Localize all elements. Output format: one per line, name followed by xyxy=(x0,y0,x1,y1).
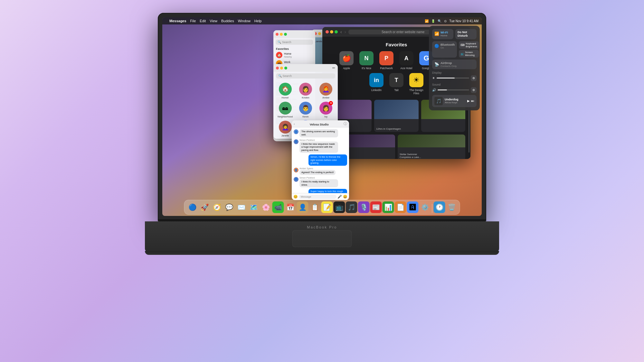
msg-app-tl-yellow[interactable] xyxy=(280,67,283,70)
maps-tl-green[interactable] xyxy=(284,33,287,36)
wifi-menu-icon[interactable]: 📶 xyxy=(425,19,429,23)
screen-bezel: Messages File Edit View Buddies Window H… xyxy=(158,13,486,220)
file-menu[interactable]: File xyxy=(190,19,196,23)
contact-home[interactable]: 🏠 Home! xyxy=(276,83,294,99)
dock-mail[interactable]: ✉️ xyxy=(236,201,247,213)
airdrop-tile[interactable]: 📡 AirDrop Contacts Only xyxy=(432,60,477,69)
do-not-disturb-tile[interactable]: Do Not Disturb xyxy=(455,29,477,39)
maps-home-item[interactable]: 🏠 HomeNearby xyxy=(273,51,315,59)
control-center-panel: 📶 Wi-Fi Home Do Not Disturb xyxy=(429,26,480,110)
help-menu[interactable]: Help xyxy=(254,19,262,23)
contact-amber[interactable]: 👩‍🦰 Amber xyxy=(317,83,335,99)
safari-tl-yellow[interactable] xyxy=(330,30,333,33)
dock-trash[interactable]: 🗑️ xyxy=(446,201,458,213)
safari-back-btn[interactable]: ‹ xyxy=(340,29,342,34)
safari-fav-apple[interactable]: 🍎 Apple xyxy=(338,51,355,70)
airdrop-sub: Contacts Only xyxy=(440,65,457,68)
safari-fav-linkedin[interactable]: in LinkedIn xyxy=(368,73,385,95)
keyboard-brightness-btn[interactable]: ⌨ Keyboard Brightness xyxy=(459,41,478,49)
safari-fav-itsnice[interactable]: N It's Nice xyxy=(358,51,375,70)
trackpad[interactable] xyxy=(292,230,352,247)
chat-msg-3: Simon, I'd like to finesse the right sce… xyxy=(294,154,347,166)
dock-news[interactable]: 📰 xyxy=(370,201,382,213)
safari-article-2[interactable]: Stellar SwimmerCompletes a Lake... xyxy=(398,135,465,159)
view-menu[interactable]: View xyxy=(210,19,217,23)
chat-send-emoji-btn[interactable]: 😄 xyxy=(343,195,347,199)
music-song-title: Underdog xyxy=(445,98,465,101)
chat-back-btn[interactable]: ‹ xyxy=(294,122,295,126)
chat-msg-1: 👤 The driving scenes are working well. xyxy=(294,129,347,137)
map-tl-yellow[interactable] xyxy=(318,32,321,35)
macbook-feet xyxy=(145,251,499,255)
music-play-btn[interactable]: ▶ xyxy=(467,99,470,103)
safari-fav-tait[interactable]: T Tait xyxy=(388,73,405,95)
dock-tv[interactable]: 📺 xyxy=(334,201,345,213)
dock-reminders[interactable]: 📋 xyxy=(309,201,321,213)
msg-compose-btn[interactable]: ✏ xyxy=(332,66,335,70)
msg-app-tl-red[interactable] xyxy=(276,67,279,70)
dock-launchpad[interactable]: 🚀 xyxy=(199,201,211,213)
contact-neighborhood[interactable]: 🏘 Neighborhood xyxy=(276,102,294,118)
dnd-label: Do Not Disturb xyxy=(458,31,474,38)
contact-kristen[interactable]: 👩 Kristen xyxy=(296,83,315,99)
dock-safari[interactable]: 🧭 xyxy=(211,201,223,213)
bluetooth-tile[interactable]: 🔵 Bluetooth On xyxy=(432,41,457,58)
contact-ivy[interactable]: 👩 ❤ Ivy xyxy=(317,102,335,118)
chat-emoji-btn[interactable]: 😊 xyxy=(293,195,298,199)
wifi-tile[interactable]: 📶 Wi-Fi Home xyxy=(432,29,453,39)
dock-pages[interactable]: 📄 xyxy=(395,201,406,213)
search-menu-icon[interactable]: 🔍 xyxy=(438,19,441,23)
buddies-menu[interactable]: Buddies xyxy=(221,19,234,23)
contact-kevin[interactable]: 👨 Kevin xyxy=(296,102,315,118)
sound-settings-btn[interactable]: ⚙ xyxy=(471,87,477,93)
maps-search[interactable]: 🔍Search xyxy=(276,40,313,45)
dock-contacts[interactable]: 👤 xyxy=(297,201,308,213)
safari-fav-designfiles[interactable]: ☀ The Design Files xyxy=(408,73,425,95)
safari-fav-patchwork[interactable]: P Patchwork xyxy=(378,51,395,70)
dock-podcasts[interactable]: 🎙️ xyxy=(358,201,370,213)
screen-mirroring-btn[interactable]: 📺 Screen Mirroring xyxy=(459,50,478,58)
app-name-menu[interactable]: Messages xyxy=(169,19,186,23)
safari-tl-green[interactable] xyxy=(335,30,338,33)
dock-music[interactable]: 🎵 xyxy=(346,201,357,213)
dock-appstore[interactable]: 🅰 xyxy=(407,201,419,213)
msg-app-tl-green[interactable] xyxy=(284,67,287,70)
dock-maps[interactable]: 🗺️ xyxy=(248,201,260,213)
bluetooth-label: Bluetooth xyxy=(440,43,455,46)
maps-favorites-header: Favorites xyxy=(273,46,315,51)
chat-msg-5: 👤 Simon Pickford I think it's really sta… xyxy=(294,177,347,188)
chat-message-input[interactable]: Message xyxy=(299,195,336,199)
maps-tl-red[interactable] xyxy=(276,33,279,36)
dock-facetime[interactable]: 📹 xyxy=(272,201,284,213)
dock-calendar[interactable]: 📅 xyxy=(285,201,296,213)
macbook-base: MacBook Pro xyxy=(145,221,499,252)
dock-finder[interactable]: 🔵 xyxy=(187,201,198,213)
music-skip-btn[interactable]: ⏭ xyxy=(471,99,474,103)
dock-messages[interactable]: 💬 xyxy=(223,201,235,213)
battery-menu-icon[interactable]: 🔋 xyxy=(431,19,435,23)
dock-notes[interactable]: 📝 xyxy=(321,201,333,213)
chat-msg-2: 👤 Simon Pickford I think the new sequenc… xyxy=(294,139,347,153)
safari-thumb-2[interactable]: 12hrs in Copenhagen xyxy=(374,100,418,132)
safari-tl-red[interactable] xyxy=(326,30,329,33)
airdrop-label: AirDrop xyxy=(440,61,457,65)
safari-forward-btn[interactable]: › xyxy=(345,29,346,34)
dock-screentime[interactable]: 🕐 xyxy=(434,201,445,213)
dock-numbers[interactable]: 📊 xyxy=(383,201,394,213)
chat-audio-btn[interactable]: 🎤 xyxy=(337,195,342,199)
control-center-icon[interactable]: ⊙ xyxy=(444,19,447,23)
dock-settings[interactable]: ⚙️ xyxy=(419,201,431,213)
dock-photos[interactable]: 🌸 xyxy=(260,201,272,213)
messages-search-bar[interactable]: 🔍 Search xyxy=(276,73,335,79)
dock-divider xyxy=(432,204,432,213)
chat-contact-name: Velosa Studio xyxy=(310,123,329,126)
safari-fav-acehotel[interactable]: A Ace Hotel xyxy=(398,51,415,70)
edit-menu[interactable]: Edit xyxy=(200,19,206,23)
chat-info-btn[interactable]: ⓘ xyxy=(344,121,347,126)
chat-msg-6: Super happy to lock this rough cut for o… xyxy=(294,189,347,193)
music-tile[interactable]: 🎵 Underdog Alicia Keys ▶ ⏭ xyxy=(432,95,477,107)
window-menu[interactable]: Window xyxy=(238,19,251,23)
messages-app-titlebar: ✏ xyxy=(273,64,338,72)
maps-tl-yellow[interactable] xyxy=(280,33,283,36)
display-settings-btn[interactable]: ⚙ xyxy=(471,75,477,81)
